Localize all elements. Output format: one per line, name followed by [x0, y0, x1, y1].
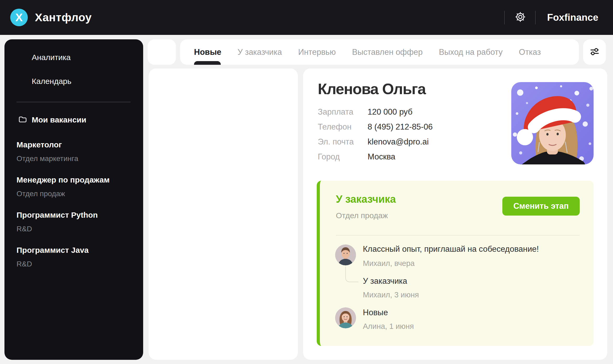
female-avatar	[335, 307, 356, 328]
tab-intervyu[interactable]: Интервью	[298, 47, 336, 57]
timeline-stage-change: У заказчика	[363, 277, 407, 286]
brand-title: Хантфлоу	[35, 11, 92, 24]
vacancy-list: Маркетолог Отдел маркетинга Менеджер по …	[17, 141, 110, 281]
tab-vyhod-na-rabotu[interactable]: Выход на работу	[439, 47, 503, 57]
vacancy-department: Отдел маркетинга	[17, 155, 110, 162]
sidebar-nav: Аналитика Календарь	[32, 53, 71, 101]
vacancy-department: R&D	[17, 225, 110, 233]
field-value-city: Москва	[368, 153, 433, 161]
vacancy-department: R&D	[17, 260, 110, 268]
tab-otkaz[interactable]: Отказ	[519, 47, 541, 57]
candidate-photo	[511, 82, 594, 164]
field-label: Эл. почта	[318, 138, 368, 146]
vacancy-item-marketolog[interactable]: Маркетолог Отдел маркетинга	[17, 141, 110, 162]
field-label: Город	[318, 153, 368, 161]
huntflow-logo-icon: Х	[10, 9, 28, 26]
sidebar-item-analytics[interactable]: Аналитика	[32, 53, 71, 61]
account-name[interactable]: Foxfinance	[547, 12, 598, 23]
timeline-stage-change: Новые	[363, 308, 388, 317]
timeline-comment: Классный опыт, приглашай на собеседовани…	[363, 245, 539, 254]
vacancy-title: Программист Python	[17, 211, 110, 219]
folder-icon	[18, 115, 27, 125]
vacancy-title: Программист Java	[17, 246, 110, 254]
huntflow-app: Х Хантфлоу Foxfinance	[0, 0, 613, 364]
field-value-email: klenova@dpro.ai	[368, 138, 433, 146]
vacancy-title: Менеджер по продажам	[17, 176, 110, 184]
timeline-meta: Алина, 1 июня	[363, 322, 414, 331]
field-label: Телефон	[318, 123, 368, 131]
settings-button[interactable]	[514, 11, 526, 24]
vacancy-department: Отдел продаж	[17, 190, 110, 197]
app-logo[interactable]: Х Хантфлоу	[10, 9, 92, 26]
tab-novye[interactable]: Новые	[194, 47, 221, 57]
stage-card: У заказчика Отдел продаж Сменить этап	[317, 181, 594, 346]
gear-icon	[514, 11, 526, 24]
field-value-salary: 120 000 руб	[368, 108, 433, 116]
header-divider	[535, 11, 536, 24]
app-header: Х Хантфлоу Foxfinance	[0, 0, 613, 35]
active-tab-indicator	[194, 61, 221, 65]
filter-button[interactable]	[583, 39, 606, 65]
timeline-meta: Михаил, 3 июня	[363, 291, 419, 299]
logo-letter: Х	[15, 11, 23, 24]
candidate-name: Кленова Ольга	[318, 80, 426, 98]
sidebar-item-calendar[interactable]: Календарь	[32, 77, 71, 85]
vacancy-title: Маркетолог	[17, 141, 110, 149]
candidate-fields: Зарплата 120 000 руб Телефон 8 (495) 212…	[318, 108, 433, 161]
vacancy-item-sales-manager[interactable]: Менеджер по продажам Отдел продаж	[17, 176, 110, 197]
empty-top-card	[148, 39, 176, 65]
candidates-column-card	[149, 68, 298, 360]
stage-department: Отдел продаж	[336, 211, 388, 220]
stage-title: У заказчика	[336, 193, 396, 205]
candidate-card: Кленова Ольга	[303, 68, 607, 360]
my-vacancies-label: Мои вакансии	[32, 115, 86, 124]
tab-u-zakazchika[interactable]: У заказчика	[238, 47, 282, 57]
timeline-connector	[345, 266, 358, 282]
timeline-meta: Михаил, вчера	[363, 259, 415, 268]
stage-divider	[336, 235, 580, 235]
vacancy-item-java-dev[interactable]: Программист Java R&D	[17, 246, 110, 268]
header-divider	[504, 11, 505, 24]
field-value-phone: 8 (495) 212-85-06	[368, 123, 433, 131]
sidebar-item-my-vacancies[interactable]: Мои вакансии	[18, 115, 86, 125]
sliders-icon	[589, 46, 600, 58]
change-stage-button[interactable]: Сменить этап	[502, 197, 580, 216]
tab-vystavlen-offer[interactable]: Выставлен оффер	[352, 47, 423, 57]
male-avatar	[335, 244, 356, 265]
sidebar-divider	[17, 102, 131, 102]
sidebar: Аналитика Календарь Мои вакансии Маркето…	[4, 39, 143, 360]
header-right: Foxfinance	[504, 11, 613, 24]
vacancy-item-python-dev[interactable]: Программист Python R&D	[17, 211, 110, 233]
stage-tabs-bar: Новые У заказчика Интервью Выставлен офф…	[180, 39, 579, 65]
field-label: Зарплата	[318, 108, 368, 116]
